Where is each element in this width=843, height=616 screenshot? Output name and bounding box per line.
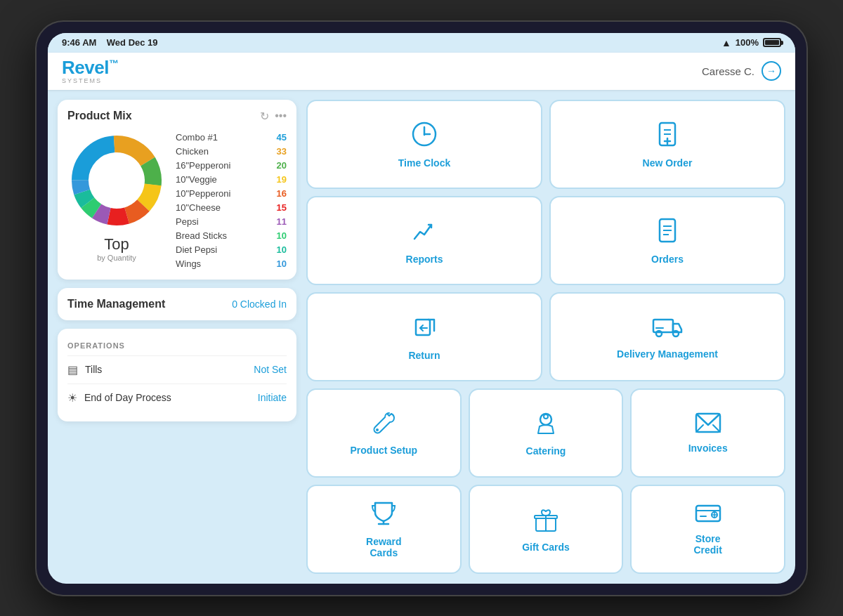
time-clock-button[interactable]: Time Clock <box>306 100 542 189</box>
product-count: 20 <box>277 160 287 171</box>
wifi-icon: ▲ <box>721 37 731 48</box>
product-count: 10 <box>277 244 287 255</box>
product-name: 10"Veggie <box>176 174 217 185</box>
time-management-card: Time Management 0 Clocked In <box>58 288 296 320</box>
svg-line-35 <box>713 425 720 432</box>
product-row: Bread Sticks 10 <box>176 230 287 242</box>
product-row: Pepsi 11 <box>176 216 287 228</box>
logout-button[interactable]: → <box>762 61 781 81</box>
return-button[interactable]: Return <box>306 292 542 381</box>
left-panel: Product Mix ↻ ••• <box>58 100 296 574</box>
time-clock-label: Time Clock <box>398 157 450 169</box>
orders-button[interactable]: Orders <box>549 196 785 285</box>
eod-row[interactable]: ☀ End of Day Process Initiate <box>67 384 287 412</box>
product-count: 33 <box>277 146 287 157</box>
logo-text: Revel™ <box>62 58 118 77</box>
product-count: 16 <box>277 188 287 199</box>
eod-name: End of Day Process <box>84 392 171 403</box>
reports-button[interactable]: Reports <box>306 196 542 285</box>
svg-point-32 <box>544 414 548 419</box>
tablet-screen: 9:46 AM Wed Dec 19 ▲ 100% Revel™ SYSTEMS <box>48 33 795 584</box>
btn-row-5: RewardCards Gift Cards <box>306 485 785 574</box>
status-time-date: 9:46 AM Wed Dec 19 <box>62 37 158 48</box>
catering-button[interactable]: Catering <box>469 388 624 478</box>
return-icon <box>410 313 438 344</box>
eod-icon: ☀ <box>67 391 77 405</box>
envelope-icon <box>695 412 721 437</box>
donut-label: Top by Quantity <box>97 235 136 262</box>
return-label: Return <box>408 350 440 361</box>
product-row: Wings 10 <box>176 258 287 270</box>
battery-percent: 100% <box>736 37 759 48</box>
new-order-label: New Order <box>643 157 693 169</box>
delivery-button[interactable]: Delivery Management <box>549 292 785 381</box>
more-icon[interactable]: ••• <box>275 110 287 122</box>
product-setup-button[interactable]: Product Setup <box>306 388 462 478</box>
status-date: Wed Dec 19 <box>107 37 158 48</box>
time-management-header: Time Management 0 Clocked In <box>67 298 287 310</box>
btn-row-1: Time Clock New Order <box>306 100 785 189</box>
product-row: Diet Pepsi 10 <box>176 244 287 256</box>
operations-label: OPERATIONS <box>67 341 287 350</box>
logo-area: Revel™ SYSTEMS <box>62 58 118 84</box>
gift-cards-label: Gift Cards <box>522 542 570 553</box>
refresh-icon[interactable]: ↻ <box>260 110 269 123</box>
product-count: 11 <box>277 216 287 227</box>
username: Caresse C. <box>702 65 754 77</box>
svg-point-28 <box>673 331 679 336</box>
logo-subtitle: SYSTEMS <box>62 77 118 84</box>
product-mix-title: Product Mix <box>67 110 132 122</box>
status-time: 9:46 AM <box>62 37 96 48</box>
product-row: Combo #1 45 <box>176 131 287 143</box>
catering-icon <box>532 409 559 440</box>
tills-name: Tills <box>85 364 102 375</box>
trophy-icon <box>372 500 396 530</box>
svg-line-34 <box>696 425 703 432</box>
orders-label: Orders <box>651 254 684 265</box>
logo-revel: Revel <box>62 57 109 78</box>
card-actions: ↻ ••• <box>260 110 287 123</box>
orders-icon <box>653 216 681 248</box>
clocked-in-status: 0 Clocked In <box>232 299 287 310</box>
eod-left: ☀ End of Day Process <box>67 391 171 405</box>
product-row: Chicken 33 <box>176 145 287 157</box>
battery-icon <box>763 38 781 47</box>
credit-icon <box>695 503 721 527</box>
time-management-title: Time Management <box>67 298 165 310</box>
product-count: 10 <box>277 230 287 241</box>
status-bar-right: ▲ 100% <box>721 37 781 48</box>
operations-card: OPERATIONS ▤ Tills Not Set ☀ End of Da <box>58 329 296 421</box>
chart-icon <box>410 216 438 248</box>
right-panel: Time Clock New Order <box>306 100 785 574</box>
store-credit-button[interactable]: StoreCredit <box>630 485 785 574</box>
tills-icon: ▤ <box>67 363 78 376</box>
product-name: Bread Sticks <box>176 230 227 241</box>
svg-rect-26 <box>653 320 673 332</box>
product-name: Chicken <box>176 146 209 157</box>
delivery-icon <box>652 314 683 343</box>
gift-cards-button[interactable]: Gift Cards <box>469 485 624 574</box>
svg-point-11 <box>90 154 143 207</box>
product-name: Pepsi <box>176 216 199 227</box>
product-name: Wings <box>176 258 201 269</box>
tablet-frame: 9:46 AM Wed Dec 19 ▲ 100% Revel™ SYSTEMS <box>35 20 808 596</box>
tills-left: ▤ Tills <box>67 363 102 376</box>
catering-label: Catering <box>526 445 566 457</box>
invoices-button[interactable]: Invoices <box>630 388 785 478</box>
main-content: Product Mix ↻ ••• <box>48 90 795 584</box>
new-order-button[interactable]: New Order <box>549 100 785 189</box>
product-name: 10"Cheese <box>176 202 221 213</box>
delivery-label: Delivery Management <box>617 348 718 360</box>
btn-row-2: Reports Orders <box>306 196 785 285</box>
product-name: Combo #1 <box>176 132 218 143</box>
status-bar: 9:46 AM Wed Dec 19 ▲ 100% <box>48 33 795 53</box>
reward-cards-button[interactable]: RewardCards <box>306 485 462 574</box>
product-row: 10"Veggie 19 <box>176 173 287 185</box>
donut-area: Top by Quantity <box>67 131 166 270</box>
battery-fill <box>765 40 779 45</box>
logo-tm: ™ <box>109 58 119 69</box>
invoices-label: Invoices <box>688 443 728 454</box>
product-mix-content: Top by Quantity Combo #1 45 Chicken 33 1… <box>67 131 287 270</box>
product-row: 10"Cheese 15 <box>176 202 287 214</box>
tills-row[interactable]: ▤ Tills Not Set <box>67 355 287 384</box>
